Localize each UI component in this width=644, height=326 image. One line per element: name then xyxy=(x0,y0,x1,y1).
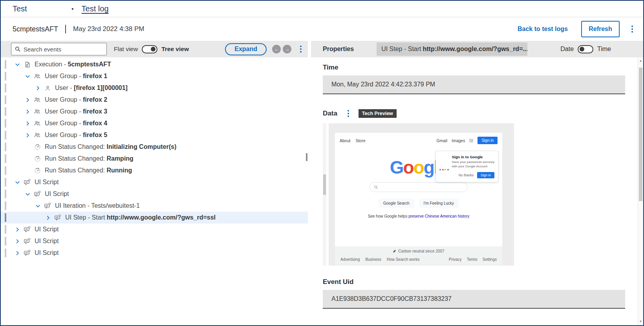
scroll-down-icon[interactable]: ▼ xyxy=(638,319,643,324)
back-to-test-logs-link[interactable]: Back to test logs xyxy=(518,26,568,33)
refresh-button[interactable]: Refresh xyxy=(581,21,620,37)
chevron-right-icon[interactable] xyxy=(13,248,22,258)
user-group-icon xyxy=(32,73,42,80)
right-scrollbar-thumb[interactable] xyxy=(639,68,642,201)
preview-card-sign-in: Sign in xyxy=(477,172,494,178)
tree-row[interactable]: Run Status Changed: Running xyxy=(1,165,308,176)
left-scrollbar-thumb[interactable] xyxy=(306,153,307,161)
tree-row[interactable]: UI Script xyxy=(1,235,308,247)
flat-view-label[interactable]: Flat view xyxy=(114,46,138,53)
kebab-menu-icon[interactable] xyxy=(298,44,303,54)
arrow-left-circle-icon[interactable]: ← xyxy=(272,45,281,53)
preview-card-title: Sign in to Google xyxy=(452,155,495,159)
chevron-down-icon[interactable] xyxy=(13,60,22,69)
chevron-right-icon[interactable] xyxy=(23,119,32,128)
kebab-menu-icon[interactable] xyxy=(630,24,635,34)
main-split: Flat view Tree view Expand ← → Execution… xyxy=(1,41,643,325)
chevron-right-icon[interactable] xyxy=(33,83,42,93)
event-uid-heading: Event Uid xyxy=(323,278,625,286)
row-marker xyxy=(5,249,6,257)
events-toolbar: Flat view Tree view Expand ← → xyxy=(1,41,308,57)
tab-test-log[interactable]: Test log xyxy=(82,4,109,13)
row-marker xyxy=(5,131,6,139)
preview-scrollbar-thumb[interactable] xyxy=(323,174,326,195)
search-events-input[interactable] xyxy=(24,46,103,53)
preview-feeling-lucky-button: I'm Feeling Lucky xyxy=(419,199,459,208)
chevron-down-icon[interactable] xyxy=(13,178,22,187)
events-panel: Flat view Tree view Expand ← → Execution… xyxy=(1,41,308,325)
nav-separator: • xyxy=(71,5,74,13)
preview-search-pill xyxy=(370,182,468,192)
preview-settings-link: Settings xyxy=(483,257,497,262)
app-window: Test • Test log 5cmptestsAFT May 23rd 20… xyxy=(0,0,644,326)
time-label[interactable]: Time xyxy=(597,46,611,53)
tree-row[interactable]: Run Status Changed: Initializing Compute… xyxy=(1,141,308,153)
tree-item-label: UI Script xyxy=(35,179,59,186)
preview-privacy-link: Privacy xyxy=(449,257,462,262)
preview-how-search-works-link: How Search works xyxy=(387,257,419,262)
tree-item-label: Run Status Changed: Running xyxy=(45,167,132,174)
tree-row[interactable]: User Group - firefox 1 xyxy=(1,70,308,82)
chevron-right-icon[interactable] xyxy=(13,225,22,234)
script-icon xyxy=(32,190,42,198)
arrow-right-circle-icon[interactable]: → xyxy=(283,45,291,53)
user-group-icon xyxy=(32,120,42,127)
script-icon xyxy=(22,179,32,186)
tree-row[interactable]: Run Status Changed: Ramping xyxy=(1,153,308,165)
row-marker xyxy=(5,95,6,104)
preview-promo-link: preserve Chinese American history xyxy=(408,214,469,218)
tree-row[interactable]: User Group - firefox 4 xyxy=(1,117,308,129)
date-time-toggle[interactable] xyxy=(578,45,593,53)
data-heading-row: Data Tech Preview xyxy=(323,108,625,119)
user-icon xyxy=(42,85,53,92)
chevron-right-icon[interactable] xyxy=(23,130,32,140)
script-icon xyxy=(53,214,63,221)
row-marker xyxy=(5,237,6,245)
date-label[interactable]: Date xyxy=(560,46,574,53)
grid-icon xyxy=(469,139,473,143)
data-preview-wrap: About Store Gmail Images Sign in xyxy=(323,123,625,266)
tree-row[interactable]: UI Iteration - Tests/webuitest-1 xyxy=(1,200,308,212)
preview-about-link: About xyxy=(340,138,350,143)
event-tree: Execution - 5cmptestsAFT User Group - fi… xyxy=(1,57,308,325)
chevron-down-icon[interactable] xyxy=(33,201,42,211)
tree-row[interactable]: UI Script xyxy=(1,247,308,259)
kebab-menu-icon[interactable] xyxy=(346,108,351,119)
time-value-field: Mon, May 23rd 2022 4:42:23.379 PM xyxy=(323,75,625,94)
properties-title: Properties xyxy=(323,46,354,53)
tree-row[interactable]: User - [firefox 1][000001] xyxy=(1,82,308,94)
nav-item-test[interactable]: Test xyxy=(13,4,71,13)
run-header: 5cmptestsAFT May 23rd 2022 4:38 PM Back … xyxy=(1,17,643,41)
view-mode-toggle[interactable] xyxy=(142,45,157,53)
time-heading: Time xyxy=(323,64,625,71)
chevron-right-icon[interactable] xyxy=(23,95,32,104)
chevron-right-icon[interactable] xyxy=(43,213,53,222)
chevron-down-icon[interactable] xyxy=(23,189,32,199)
tree-row[interactable]: User Group - firefox 2 xyxy=(1,94,308,106)
tree-item-label: UI Step - Start http://www.google.com/?g… xyxy=(65,214,216,221)
chevron-right-icon[interactable] xyxy=(13,236,22,246)
date-time-toggle-group: Date Time xyxy=(560,45,611,53)
row-marker xyxy=(5,225,6,234)
tree-row[interactable]: UI Step - Start http://www.google.com/?g… xyxy=(1,212,308,223)
chevron-right-icon[interactable] xyxy=(23,107,32,116)
tree-row[interactable]: User Group - firefox 5 xyxy=(1,129,308,141)
tree-row[interactable]: UI Script xyxy=(1,188,308,200)
row-marker xyxy=(5,60,6,69)
scroll-up-icon[interactable]: ▲ xyxy=(638,58,643,64)
tree-row[interactable]: Execution - 5cmptestsAFT xyxy=(1,59,308,70)
preview-scrollbar[interactable] xyxy=(323,123,326,266)
tree-row[interactable]: UI Script xyxy=(1,176,308,188)
row-marker xyxy=(5,143,6,151)
tree-view-label[interactable]: Tree view xyxy=(161,46,189,53)
expand-button[interactable]: Expand xyxy=(225,43,267,55)
right-scrollbar[interactable]: ▲ ▼ xyxy=(638,57,643,325)
divider xyxy=(65,25,66,33)
tree-row[interactable]: UI Script xyxy=(1,223,308,235)
chevron-down-icon[interactable] xyxy=(23,71,32,81)
row-marker xyxy=(5,72,6,81)
row-marker xyxy=(5,166,6,175)
search-events-box[interactable] xyxy=(11,43,107,55)
row-marker xyxy=(5,107,6,116)
tree-row[interactable]: User Group - firefox 3 xyxy=(1,106,308,117)
